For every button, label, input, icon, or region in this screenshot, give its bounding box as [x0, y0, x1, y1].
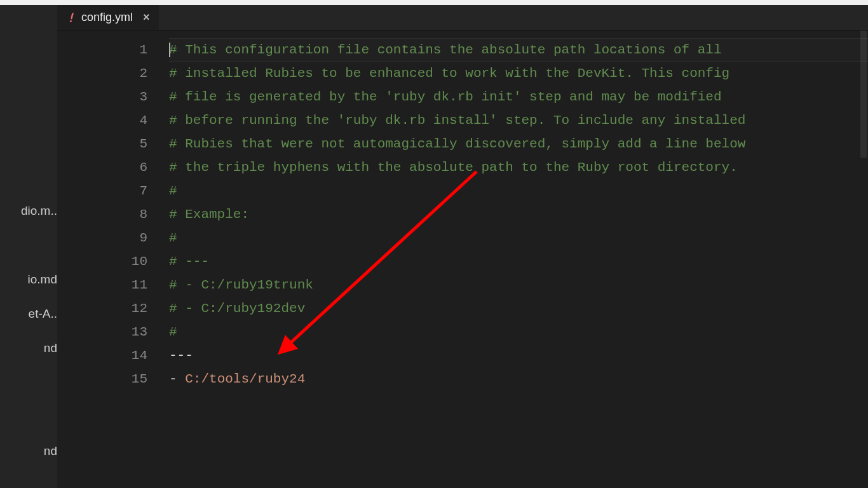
- line-number: 14: [57, 344, 147, 367]
- code-comment: # - C:/ruby192dev: [169, 301, 305, 316]
- code-area[interactable]: 1 2 3 4 5 6 7 8 9 10 11 12 13 14 15 # Th…: [57, 30, 868, 488]
- sidebar-item[interactable]: [0, 405, 57, 428]
- sidebar-item[interactable]: dio.m..: [0, 200, 57, 222]
- sidebar-item[interactable]: [0, 234, 57, 257]
- line-number: 13: [57, 320, 147, 344]
- code-comment: #: [169, 325, 177, 339]
- yaml-list-dash: -: [169, 372, 185, 386]
- tab-filename: config.yml: [81, 11, 133, 24]
- main-container: dio.m.. io.md et-A.. nd nd ! config.yml …: [0, 5, 868, 488]
- sidebar-item[interactable]: io.md: [0, 268, 57, 291]
- close-icon[interactable]: ×: [139, 11, 150, 24]
- line-number: 7: [57, 179, 147, 203]
- code-comment: #: [169, 231, 177, 245]
- yaml-doc-start: ---: [169, 348, 193, 363]
- code-comment: # Rubies that were not automagically dis…: [169, 137, 745, 151]
- yaml-scalar-value: C:/tools/ruby24: [185, 372, 305, 386]
- line-number-gutter: 1 2 3 4 5 6 7 8 9 10 11 12 13 14 15: [57, 38, 169, 488]
- line-number: 5: [57, 132, 147, 156]
- line-number: 3: [57, 85, 147, 109]
- line-number: 9: [57, 226, 147, 250]
- line-number: 10: [57, 250, 147, 273]
- line-number: 12: [57, 297, 147, 320]
- code-comment: # This configuration file contains the a…: [169, 43, 722, 57]
- sidebar: dio.m.. io.md et-A.. nd nd: [0, 5, 57, 488]
- code-comment: # installed Rubies to be enhanced to wor…: [169, 66, 729, 81]
- window-top-edge: [0, 0, 868, 5]
- code-comment: # before running the 'ruby dk.rb install…: [169, 113, 745, 128]
- line-number: 15: [57, 367, 147, 391]
- code-comment: # ---: [169, 254, 209, 269]
- editor-area: ! config.yml × 1 2 3 4 5 6 7 8 9 10 11 1…: [57, 5, 868, 488]
- scrollbar-track[interactable]: [859, 30, 868, 488]
- sidebar-item[interactable]: et-A..: [0, 302, 57, 325]
- scrollbar-thumb[interactable]: [860, 30, 867, 158]
- line-number: 2: [57, 62, 147, 85]
- code-comment: #: [169, 184, 177, 198]
- line-number: 4: [57, 109, 147, 132]
- sidebar-item[interactable]: [0, 97, 57, 119]
- yaml-file-icon: !: [66, 13, 75, 22]
- sidebar-item[interactable]: [0, 371, 57, 394]
- sidebar-item[interactable]: [0, 62, 57, 85]
- code-comment: # Example:: [169, 207, 249, 222]
- code-comment: # file is generated by the 'ruby dk.rb i…: [169, 90, 722, 104]
- line-number: 8: [57, 203, 147, 226]
- text-cursor: [169, 43, 170, 57]
- code-comment: # - C:/ruby19trunk: [169, 278, 313, 292]
- line-number: 1: [57, 38, 147, 62]
- code-content[interactable]: # This configuration file contains the a…: [169, 38, 868, 488]
- sidebar-item[interactable]: nd: [0, 440, 57, 463]
- code-comment: # the triple hyphens with the absolute p…: [169, 160, 738, 175]
- line-number: 6: [57, 156, 147, 179]
- line-number: 11: [57, 273, 147, 297]
- sidebar-item[interactable]: [0, 131, 57, 154]
- tab-bar: ! config.yml ×: [57, 5, 868, 30]
- sidebar-item[interactable]: [0, 165, 57, 188]
- tab-config-yml[interactable]: ! config.yml ×: [57, 5, 159, 30]
- sidebar-item[interactable]: nd: [0, 337, 57, 360]
